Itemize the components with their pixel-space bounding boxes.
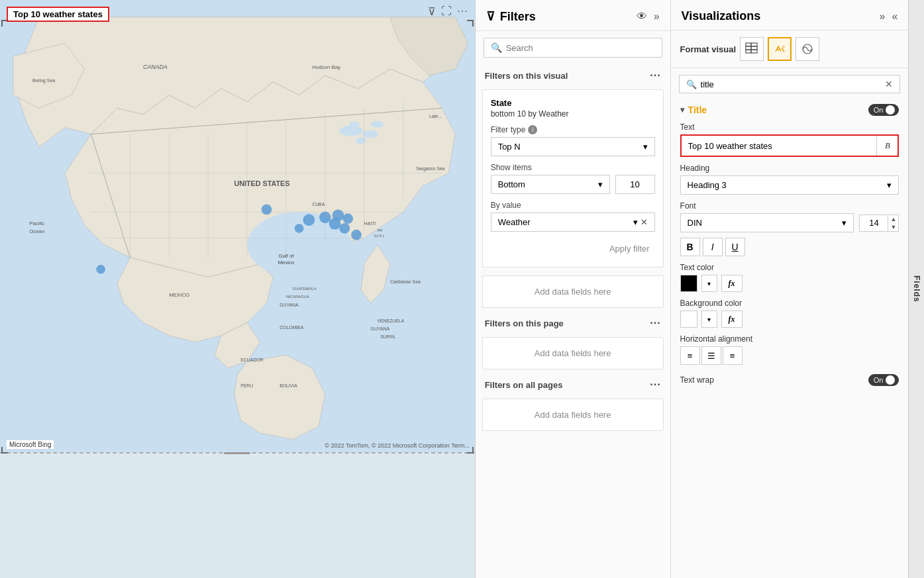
- font-size-arrows[interactable]: ▲ ▼: [888, 215, 898, 231]
- svg-text:CUBA: CUBA: [312, 202, 325, 207]
- bold-button[interactable]: B: [680, 238, 700, 256]
- font-size-control[interactable]: 14 ▲ ▼: [859, 215, 899, 232]
- by-value-chevron: [633, 217, 638, 227]
- svg-text:Bering Sea: Bering Sea: [32, 78, 55, 83]
- by-value-label: By value: [491, 201, 655, 210]
- viz-panel: Visualizations » « Format visual: [671, 0, 909, 578]
- filter-state-subtitle: bottom 10 by Weather: [491, 109, 655, 119]
- svg-point-50: [342, 213, 353, 224]
- svg-point-53: [295, 224, 304, 233]
- on-all-pages-more-icon[interactable]: ···: [650, 379, 660, 391]
- svg-text:Sargasso Sea: Sargasso Sea: [416, 166, 444, 171]
- by-value-row-container: By value Weather ✕: [491, 201, 655, 232]
- fields-tab[interactable]: Fields: [908, 0, 924, 578]
- more-options-icon[interactable]: ···: [457, 5, 468, 18]
- svg-text:MEXICO: MEXICO: [169, 292, 189, 298]
- map-resize-handle[interactable]: [0, 450, 475, 456]
- svg-text:Hudson Bay: Hudson Bay: [312, 64, 340, 70]
- bg-color-label: Background color: [680, 299, 899, 308]
- text-color-fx[interactable]: fx: [721, 275, 743, 292]
- font-family-select[interactable]: DIN: [680, 213, 854, 232]
- viz-search-input[interactable]: [701, 79, 886, 89]
- align-left-btn[interactable]: ≡: [680, 346, 700, 365]
- svg-text:UNITED STATES: UNITED STATES: [234, 179, 289, 187]
- viz-expand-right-icon[interactable]: »: [880, 11, 886, 23]
- text-wrap-toggle[interactable]: On: [868, 374, 899, 386]
- resize-handle-tr[interactable]: [467, 20, 474, 26]
- font-size-up[interactable]: ▲: [888, 215, 898, 223]
- filter-icon[interactable]: ⊽: [428, 5, 436, 18]
- filter-search-box[interactable]: 🔍: [484, 38, 662, 58]
- bg-color-fx[interactable]: fx: [721, 311, 743, 328]
- svg-point-45: [262, 205, 272, 215]
- viz-table-icon-btn[interactable]: [740, 37, 764, 61]
- viz-search-icon: 🔍: [686, 79, 697, 89]
- viz-collapse-left-icon[interactable]: «: [892, 11, 898, 23]
- add-data-fields-2[interactable]: Add data fields here: [482, 337, 664, 369]
- svg-text:HAITI: HAITI: [364, 221, 376, 226]
- expand-icon[interactable]: »: [654, 11, 660, 23]
- svg-text:PERU: PERU: [240, 383, 253, 388]
- map-panel: Top 10 weather states ⊽ ⛶ ···: [0, 0, 476, 578]
- svg-text:GUYANA: GUYANA: [371, 326, 390, 331]
- viz-search-clear-icon[interactable]: ✕: [885, 79, 893, 89]
- heading-prop-label: Heading: [680, 164, 899, 173]
- viz-search-row[interactable]: 🔍 ✕: [679, 75, 901, 93]
- filter-card-state: State bottom 10 by Weather Filter type i…: [482, 89, 664, 267]
- add-data-fields-1[interactable]: Add data fields here: [482, 275, 664, 308]
- svg-text:Mexico: Mexico: [278, 260, 295, 265]
- heading-select[interactable]: Heading 3: [680, 175, 899, 195]
- filters-on-all-pages-label: Filters on all pages ···: [476, 373, 670, 395]
- bg-color-dropdown[interactable]: ▾: [701, 311, 717, 328]
- italic-button[interactable]: I: [703, 238, 723, 256]
- text-wrap-label: Text wrap: [680, 375, 714, 385]
- svg-text:GUYANA: GUYANA: [280, 303, 299, 307]
- title-toggle[interactable]: On: [868, 104, 899, 116]
- add-data-fields-3[interactable]: Add data fields here: [482, 399, 664, 431]
- by-value-select[interactable]: Weather ✕: [491, 213, 655, 232]
- svg-point-44: [96, 265, 105, 274]
- fx-button-text[interactable]: B: [876, 136, 898, 156]
- font-chevron: [842, 218, 847, 228]
- text-color-swatch[interactable]: [680, 275, 697, 292]
- svg-rect-57: [751, 46, 757, 50]
- map-copyright: © 2022 TomTom, © 2022 Microsoft Corporat…: [325, 442, 470, 449]
- underline-button[interactable]: U: [725, 238, 745, 256]
- show-items-count-input[interactable]: [615, 175, 655, 194]
- title-text-input[interactable]: [682, 137, 877, 155]
- svg-rect-58: [746, 50, 751, 53]
- svg-text:COLOMBIA: COLOMBIA: [280, 325, 304, 330]
- svg-text:VENEZUELA: VENEZUELA: [377, 318, 404, 323]
- svg-text:Ocean: Ocean: [29, 228, 44, 234]
- eye-icon[interactable]: 👁: [637, 11, 647, 23]
- svg-point-4: [371, 121, 384, 128]
- viz-format-icon-btn[interactable]: [768, 37, 792, 61]
- show-items-dir-select[interactable]: Bottom: [491, 175, 610, 194]
- text-color-dropdown[interactable]: ▾: [701, 275, 717, 292]
- viz-analytics-icon-btn[interactable]: [796, 37, 819, 61]
- chevron-down-title-icon[interactable]: ▾: [680, 105, 684, 115]
- on-visual-more-icon[interactable]: ···: [650, 70, 660, 81]
- filter-type-chevron: [643, 142, 648, 152]
- svg-text:CANADA: CANADA: [143, 64, 168, 70]
- text-color-row: ▾ fx: [680, 275, 899, 292]
- font-size-down[interactable]: ▼: [888, 223, 898, 231]
- svg-rect-54: [746, 43, 751, 46]
- align-center-btn[interactable]: ☰: [701, 346, 721, 365]
- filter-type-select[interactable]: Top N: [491, 137, 655, 156]
- viz-section-header: ▾ Title On: [680, 104, 899, 116]
- align-right-btn[interactable]: ≡: [723, 346, 743, 365]
- svg-point-52: [351, 230, 362, 240]
- svg-text:PR: PR: [377, 228, 382, 232]
- svg-text:Gulf of: Gulf of: [278, 253, 294, 259]
- focus-mode-icon[interactable]: ⛶: [441, 5, 452, 18]
- bg-color-swatch[interactable]: [680, 311, 697, 328]
- by-value-clear[interactable]: ✕: [641, 217, 648, 227]
- svg-point-46: [303, 214, 315, 226]
- svg-text:BOLIVIA: BOLIVIA: [280, 383, 297, 388]
- svg-text:Labr...: Labr...: [429, 114, 442, 119]
- filter-search-input[interactable]: [506, 43, 655, 53]
- filter-type-row: Filter type i Top N: [491, 125, 655, 156]
- on-page-more-icon[interactable]: ···: [650, 317, 660, 329]
- svg-point-3: [356, 137, 366, 144]
